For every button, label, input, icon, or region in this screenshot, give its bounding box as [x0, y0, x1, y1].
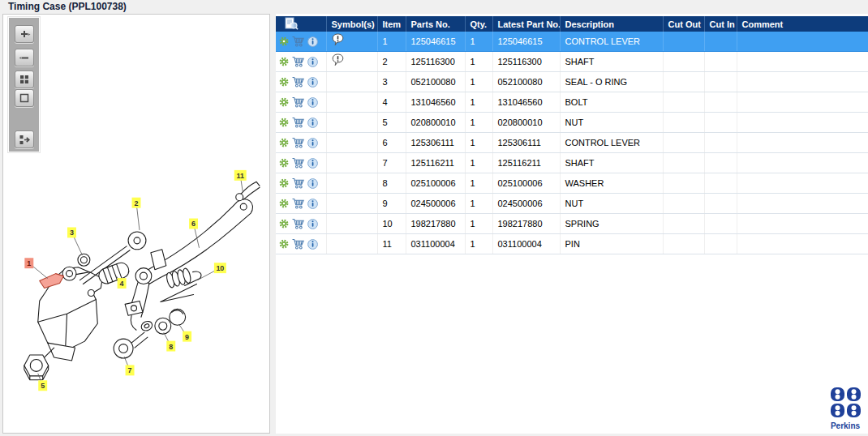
table-row[interactable]: 6 125306111 1 125306111 CONTROL LEVER [276, 133, 868, 153]
info-icon[interactable] [307, 97, 318, 108]
cart-icon[interactable] [291, 177, 305, 189]
part-shaft-7[interactable] [114, 332, 148, 358]
comment-cell [737, 173, 868, 194]
perkins-logo: Perkins [827, 387, 863, 430]
toggle-panel-icon [19, 134, 31, 146]
cart-icon[interactable] [291, 137, 305, 148]
row-actions-cell [276, 173, 326, 194]
cut-out-cell [663, 173, 704, 194]
gear-icon[interactable] [279, 158, 289, 168]
zoom-in-button[interactable] [15, 25, 34, 43]
latest-part-no-cell: 125116211 [492, 153, 560, 173]
info-icon[interactable] [307, 199, 318, 209]
cut-in-cell [704, 52, 737, 72]
gear-icon[interactable] [279, 36, 289, 46]
latest-part-no-cell: 131046560 [492, 92, 560, 113]
info-icon[interactable] [307, 36, 318, 47]
parts-diagram: 1234567891011 [3, 15, 269, 433]
gear-icon[interactable] [279, 77, 289, 87]
cart-icon[interactable] [291, 96, 305, 108]
row-actions-cell [276, 52, 326, 72]
symbol-cell [326, 72, 377, 92]
cart-icon[interactable] [291, 36, 305, 47]
cart-icon[interactable] [291, 76, 305, 88]
info-icon[interactable] [307, 219, 318, 229]
parts-no-cell: 024500006 [406, 194, 465, 214]
table-row[interactable]: 3 052100080 1 052100080 SEAL - O RING [276, 72, 868, 92]
qty-cell: 1 [465, 32, 492, 52]
zoom-out-button[interactable] [15, 49, 34, 66]
part-pin-11[interactable] [236, 182, 260, 200]
gear-icon[interactable] [279, 239, 289, 249]
table-row[interactable]: 4 131046560 1 131046560 BOLT [276, 92, 868, 113]
item-cell: 3 [377, 72, 406, 92]
info-icon[interactable] [307, 239, 318, 250]
gear-icon[interactable] [279, 199, 289, 208]
info-icon[interactable] [307, 158, 318, 169]
toggle-parts-panel-button[interactable] [15, 130, 34, 148]
description-cell: BOLT [560, 92, 663, 113]
description-cell: SPRING [560, 214, 663, 234]
part-nut-9[interactable] [170, 309, 186, 325]
item-cell: 2 [377, 52, 406, 72]
note-bubble-icon[interactable] [332, 53, 344, 66]
comment-cell [737, 153, 868, 173]
table-row[interactable]: 10 198217880 1 198217880 SPRING [276, 214, 868, 234]
header-preview[interactable] [276, 16, 326, 32]
fit-view-icon [19, 74, 30, 85]
zoom-rectangle-button[interactable] [15, 89, 34, 107]
info-icon[interactable] [307, 57, 318, 67]
qty-cell: 1 [465, 153, 492, 173]
info-icon[interactable] [307, 138, 318, 148]
parts-panel: Symbol(s) Item Parts No. Qty. Latest Par… [276, 14, 868, 434]
app-window: Timing Case (PPL100738) [0, 0, 868, 436]
cart-icon[interactable] [291, 218, 305, 229]
table-row[interactable]: 2 125116300 1 125116300 SHAFT [276, 52, 868, 72]
item-cell: 4 [377, 92, 406, 113]
header-item: Item [377, 16, 406, 32]
diagram-callout-label: 6 [191, 220, 196, 228]
latest-part-no-cell: 125046615 [492, 32, 560, 52]
description-cell: CONTROL LEVER [560, 133, 663, 153]
diagram-toolbar [7, 16, 41, 153]
table-row[interactable]: 11 031100004 1 031100004 PIN [276, 234, 868, 254]
gear-icon[interactable] [279, 57, 289, 66]
info-icon[interactable] [307, 178, 318, 189]
info-icon[interactable] [307, 118, 318, 128]
info-icon[interactable] [307, 77, 318, 88]
header-latest-part-no: Latest Part No. [492, 16, 560, 32]
fit-view-button[interactable] [15, 71, 34, 88]
gear-icon[interactable] [279, 118, 289, 127]
table-row[interactable]: 7 125116211 1 125116211 SHAFT [276, 153, 868, 173]
parts-no-cell: 052100080 [406, 72, 465, 92]
cart-icon[interactable] [291, 238, 305, 250]
gear-icon[interactable] [279, 97, 289, 107]
table-row[interactable]: 1 125046615 1 125046615 CONTROL LEVER [276, 32, 868, 52]
gear-icon[interactable] [279, 178, 289, 188]
cart-icon[interactable] [291, 157, 305, 169]
gear-icon[interactable] [279, 138, 289, 147]
latest-part-no-cell: 025100006 [492, 173, 560, 194]
parts-no-cell: 198217880 [406, 214, 465, 234]
qty-cell: 1 [465, 214, 492, 234]
zoom-out-icon [19, 52, 31, 64]
zoom-rectangle-icon [19, 92, 30, 104]
latest-part-no-cell: 020800010 [492, 113, 560, 133]
gear-icon[interactable] [279, 219, 289, 229]
table-row[interactable]: 9 024500006 1 024500006 NUT [276, 194, 868, 214]
cart-icon[interactable] [291, 117, 305, 128]
cut-in-cell [704, 32, 737, 52]
cart-icon[interactable] [291, 198, 305, 209]
table-row[interactable]: 8 025100006 1 025100006 WASHER [276, 173, 868, 194]
part-washer-8[interactable] [155, 318, 171, 334]
symbol-cell [326, 52, 377, 72]
note-bubble-icon[interactable] [332, 33, 344, 46]
part-oring-3[interactable] [78, 254, 90, 266]
page-title: Timing Case (PPL100738) [8, 1, 127, 12]
latest-part-no-cell: 024500006 [492, 194, 560, 214]
table-row[interactable]: 5 020800010 1 020800010 NUT [276, 113, 868, 133]
row-actions-cell [276, 32, 326, 52]
part-nut-5[interactable] [24, 355, 49, 380]
cart-icon[interactable] [291, 56, 305, 67]
latest-part-no-cell: 125116300 [492, 52, 560, 72]
